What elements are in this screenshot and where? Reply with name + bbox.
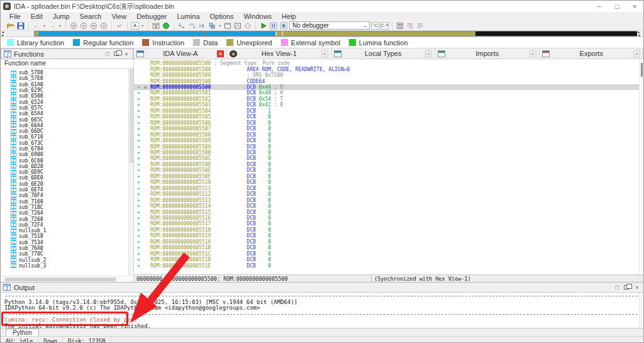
function-row[interactable]: fsub_6E20 — [1, 181, 133, 187]
dropdown-caret-icon[interactable]: ▾ — [218, 21, 222, 30]
functions-float-icon[interactable] — [114, 52, 119, 56]
tab-hex-view-1[interactable]: Hex View-1× — [227, 48, 331, 59]
disassembly-vertical-scrollbar[interactable] — [639, 59, 643, 274]
dbg-attach-icon[interactable] — [208, 21, 216, 30]
function-row[interactable]: fsub_66A4 — [1, 123, 133, 128]
tab-python[interactable]: Python — [6, 329, 39, 336]
menu-edit[interactable]: Edit — [26, 13, 48, 20]
menu-file[interactable]: File — [4, 13, 26, 20]
dbg-step-into-icon[interactable] — [177, 21, 186, 30]
tab-close-icon[interactable]: × — [633, 50, 640, 57]
function-row[interactable]: fnullsub_3 — [1, 263, 133, 269]
function-row[interactable]: fsub_6784 — [1, 146, 133, 152]
disassembly-row[interactable]: ROM:0000000000005514DCB 0 — [134, 203, 643, 209]
function-row[interactable]: fsub_7268 — [1, 216, 133, 222]
function-row[interactable]: fsub_6D9C — [1, 169, 133, 175]
disassembly-row[interactable]: ROM:000000000000550ADCB 0 — [134, 143, 643, 149]
function-row[interactable]: fsub_6C60 — [1, 157, 133, 163]
disassembly-row[interactable]: ROM:0000000000005510DCB 0 — [134, 179, 643, 185]
jump-circle2-icon[interactable] — [79, 21, 88, 30]
jump-circle-icon[interactable] — [69, 21, 78, 30]
minimize-button[interactable]: − — [591, 1, 608, 12]
function-row[interactable]: fsub_7264 — [1, 210, 133, 216]
disassembly-row[interactable]: ROM:0000000000005512DCB 0 — [134, 191, 643, 197]
functions-horizontal-scrollbar[interactable] — [1, 276, 133, 282]
function-row[interactable]: fsub_72F4 — [1, 222, 133, 228]
function-row[interactable]: fsub_6DE0 — [1, 175, 133, 181]
disassembly-row[interactable]: ROM:0000000000005506DCB 0 — [134, 120, 643, 126]
dbg-step-over-icon[interactable] — [187, 21, 196, 30]
desktop-list-icon[interactable] — [396, 21, 404, 30]
disassembly-row[interactable]: ∨ROM:0000000000005500DCB 0x44 ; D — [134, 84, 643, 90]
function-row[interactable]: fsub_7518 — [1, 233, 133, 239]
menu-lumina[interactable]: Lumina — [172, 13, 204, 20]
function-row[interactable]: fsub_673C — [1, 140, 133, 146]
save-icon[interactable] — [16, 21, 25, 30]
disassembly-row[interactable]: ROM:0000000000005500AREA ROM, CODE, READ… — [134, 66, 643, 72]
output-float-icon[interactable] — [624, 285, 629, 290]
disassembly-row[interactable]: ROM:0000000000005513DCB 0 — [134, 197, 643, 203]
disassembly-row[interactable]: ROM:000000000000551ADCB 0 — [134, 239, 643, 245]
disassembly-row[interactable]: ROM:000000000000550FDCB 0 — [134, 174, 643, 179]
disassembly-row[interactable]: ROM:0000000000005507DCB 0 — [134, 126, 643, 132]
pause-icon[interactable] — [269, 21, 278, 30]
disassembly-row[interactable]: ROM:0000000000005500; ORG 0x5500 — [134, 72, 643, 78]
disassembly-row[interactable]: ROM:000000000000550DDCB 0 — [134, 162, 643, 167]
disassembly-row[interactable]: ROM:0000000000005505DCB 0 — [134, 114, 643, 120]
function-row[interactable]: fsub_6508 — [1, 93, 133, 99]
lumina-dot-icon[interactable] — [162, 21, 170, 30]
function-row[interactable]: fsub_57E8 — [1, 76, 133, 81]
indent-right-icon[interactable] — [416, 21, 425, 30]
function-row[interactable]: fsub_7168 — [1, 199, 133, 205]
run-icon[interactable] — [259, 21, 268, 30]
tab-close-icon[interactable]: × — [425, 50, 432, 57]
disassembly-row[interactable]: ROM:0000000000005518DCB 0 — [134, 227, 643, 233]
function-row[interactable]: fsub_7534 — [1, 240, 133, 245]
function-row[interactable]: fnullsub_2 — [1, 257, 133, 263]
font-button[interactable]: A — [131, 22, 139, 30]
function-row[interactable]: fsub_770C — [1, 251, 133, 257]
disassembly-row[interactable]: ROM:0000000000005517DCB 0 — [134, 221, 643, 227]
disassembly-row[interactable]: ROM:0000000000005500; Segment type: Pure… — [134, 60, 643, 66]
disassembly-row[interactable]: ROM:0000000000005516DCB 0 — [134, 215, 643, 221]
tab-close-icon[interactable]: × — [217, 50, 224, 57]
quick-c-icon[interactable]: °C — [371, 22, 379, 30]
navband-segment[interactable] — [277, 31, 282, 36]
disassembly-row[interactable]: ROM:000000000000550BDCB 0 — [134, 150, 643, 155]
collapse-arrow-icon[interactable]: ∨ — [143, 85, 150, 90]
dbg-diamond-icon[interactable] — [243, 21, 252, 30]
disassembly-row[interactable]: ROM:000000000000551DDCB 0 — [134, 257, 643, 262]
disassembly-row[interactable]: ROM:0000000000005509DCB 0 — [134, 138, 643, 143]
dropdown-caret-icon[interactable]: ▾ — [58, 21, 62, 30]
function-row[interactable]: fsub_76A0 — [1, 245, 133, 251]
nav-forward-icon[interactable]: → — [48, 21, 57, 30]
menu-help[interactable]: Help — [277, 13, 301, 20]
menu-view[interactable]: View — [106, 13, 131, 20]
function-row[interactable]: fsub_657C — [1, 105, 133, 111]
function-row[interactable]: fsub_665C — [1, 116, 133, 122]
nav-back-icon[interactable]: ← — [32, 21, 41, 30]
navband-toggle-icon[interactable] — [152, 21, 160, 30]
open-file-icon[interactable] — [6, 21, 15, 30]
function-row[interactable]: fsub_71BC — [1, 205, 133, 210]
disassembly-row[interactable]: ROM:000000000000551EDCB 0 — [134, 262, 643, 268]
function-row[interactable]: fsub_61A0 — [1, 82, 133, 87]
navband-track[interactable] — [34, 31, 637, 37]
disassembly-row[interactable]: ROM:000000000000551CDCB 0 — [134, 251, 643, 257]
disassembly-row[interactable]: ROM:0000000000005501DCB 0x48 ; H — [134, 90, 643, 96]
close-button[interactable]: × — [626, 1, 643, 12]
disassembly-row[interactable]: ROM:0000000000005503DCB 0x42 ; B — [134, 102, 643, 108]
function-row[interactable]: fsub_6524 — [1, 99, 133, 104]
function-row[interactable]: fsub_6710 — [1, 134, 133, 140]
tab-close-icon[interactable]: × — [321, 50, 328, 57]
dbg-window-icon[interactable] — [223, 21, 232, 30]
disassembly-row[interactable]: ROM:000000000000551BDCB 0 — [134, 245, 643, 250]
navband-segment[interactable] — [205, 31, 275, 36]
tab-close-icon[interactable]: × — [530, 50, 536, 57]
menu-options[interactable]: Options — [205, 13, 239, 20]
dbg-breakpoint-icon[interactable] — [233, 21, 242, 30]
disassembly-row[interactable]: ROM:0000000000005504DCB 1 — [134, 108, 643, 114]
navband-segment[interactable] — [475, 31, 637, 36]
function-row[interactable]: fsub_65A4 — [1, 111, 133, 116]
dropdown-caret-icon[interactable]: ▾ — [42, 21, 47, 30]
